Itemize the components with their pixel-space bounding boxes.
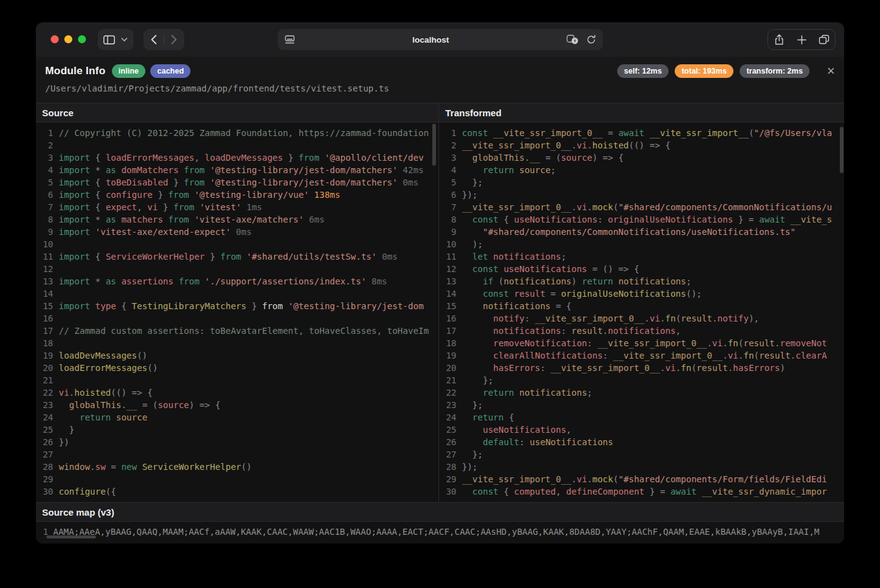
- code-line: 5 };: [439, 176, 844, 189]
- timing-badges: self: 12mstotal: 193mstransform: 2ms: [617, 64, 810, 78]
- badge: self: 12ms: [617, 64, 669, 78]
- code-line: 29: [36, 473, 438, 485]
- sourcemap-section: Source map (v3) 1AAMA;AAeA,yBAAG,QAAQ,MA…: [36, 502, 844, 543]
- module-flag-badges: inlinecached: [112, 64, 191, 78]
- window-close-button[interactable]: [51, 35, 59, 43]
- code-line: 22 return notifications;: [439, 386, 844, 399]
- code-line: 8import * as matchers from 'vitest-axe/m…: [36, 213, 438, 226]
- badge: inline: [112, 64, 146, 78]
- share-icon[interactable]: [768, 30, 790, 49]
- code-line: 22vi.hoisted(() => {: [36, 386, 438, 399]
- code-line: 21: [36, 374, 438, 386]
- browser-window: localhost: [36, 22, 844, 543]
- code-line: 18: [36, 337, 438, 349]
- code-line: 17// Zammad custom assertions: toBeAvata…: [36, 325, 438, 337]
- source-scrollbar-thumb[interactable]: [432, 124, 436, 166]
- code-line: 6import { configure } from '@testing-lib…: [36, 189, 438, 201]
- code-line: 5import { toBeDisabled } from '@testing-…: [36, 176, 438, 189]
- screenshot-stage: localhost: [0, 0, 880, 588]
- transformed-scrollbar-thumb[interactable]: [840, 127, 844, 173]
- code-line: 9 "#shared/components/CommonNotification…: [439, 226, 844, 238]
- code-line: 30 const { computed, defineComponent } =…: [439, 485, 844, 498]
- code-line: 28});: [439, 461, 844, 473]
- source-panel: Source 1// Copyright (C) 2012-2025 Zamma…: [36, 103, 439, 502]
- page-title: Module Info: [45, 65, 106, 77]
- code-line: 11 let notifications;: [439, 250, 844, 263]
- code-line: 28window.sw = new ServiceWorkerHelper(): [36, 461, 438, 473]
- window-zoom-button[interactable]: [78, 35, 86, 43]
- code-line: 21 };: [439, 374, 844, 386]
- transformed-panel: Transformed 1const __vite_ssr_import_0__…: [439, 103, 844, 502]
- code-line: 15import type { TestingLibraryMatchers }…: [36, 300, 438, 312]
- back-button[interactable]: [144, 29, 164, 50]
- code-line: 2__vite_ssr_import_0__.vi.hoisted(() => …: [439, 139, 844, 151]
- page-settings-icon[interactable]: [566, 35, 579, 45]
- code-line: 25 useNotifications,: [439, 424, 844, 436]
- code-line: 20 hasErrors: __vite_ssr_import_0__.vi.f…: [439, 362, 844, 374]
- code-line: 14 const result = originalUseNotificatio…: [439, 288, 844, 300]
- address-bar[interactable]: localhost: [278, 29, 603, 50]
- code-line: 24 return source: [36, 411, 438, 424]
- code-line: 1const __vite_ssr_import_0__ = await __v…: [439, 127, 844, 139]
- code-line: 26 default: useNotifications: [439, 436, 844, 448]
- badge: total: 193ms: [675, 64, 733, 78]
- code-line: 23 };: [439, 399, 844, 411]
- code-line: 1AAMA;AAeA,yBAAG,QAAQ,MAAM;AACf,aAAW,KAA…: [36, 526, 844, 538]
- sourcemap-code[interactable]: 1AAMA;AAeA,yBAAG,QAAQ,MAAM;AACf,aAAW,KAA…: [36, 522, 844, 538]
- code-line: 12: [36, 263, 438, 275]
- code-line: 27: [36, 448, 438, 461]
- code-line: 7__vite_ssr_import_0__.vi.mock("#shared/…: [439, 201, 844, 213]
- code-line: 9import 'vitest-axe/extend-expect' 0ms: [36, 226, 438, 238]
- code-line: 8 const { useNotifications: originalUseN…: [439, 213, 844, 226]
- code-line: 19loadDevMessages(): [36, 349, 438, 362]
- sourcemap-hscrollbar-thumb[interactable]: [46, 535, 96, 539]
- code-line: 30configure({: [36, 485, 438, 498]
- code-line: 16 notify: __vite_ssr_import_0__.vi.fn(r…: [439, 312, 844, 325]
- reload-icon[interactable]: [586, 35, 596, 45]
- tab-overview-icon[interactable]: [813, 30, 835, 49]
- code-line: 4import * as domMatchers from '@testing-…: [36, 164, 438, 176]
- source-code[interactable]: 1// Copyright (C) 2012-2025 Zammad Found…: [36, 122, 438, 502]
- code-line: 12 const useNotifications = () => {: [439, 263, 844, 275]
- code-line: 16: [36, 312, 438, 325]
- code-line: 17 notifications: result.notifications,: [439, 325, 844, 337]
- code-line: 23 globalThis.__ = (source) => {: [36, 399, 438, 411]
- nav-buttons: [143, 29, 184, 50]
- sidebar-icon: [103, 30, 116, 49]
- window-minimize-button[interactable]: [64, 35, 72, 43]
- code-line: 20loadErrorMessages(): [36, 362, 438, 374]
- module-header: Module Info inlinecached self: 12mstotal…: [36, 57, 844, 103]
- source-panel-title: Source: [36, 103, 438, 122]
- code-line: 1// Copyright (C) 2012-2025 Zammad Found…: [36, 127, 438, 139]
- code-line: 19 clearAllNotifications: __vite_ssr_imp…: [439, 349, 844, 362]
- badge: cached: [150, 64, 190, 78]
- badge: transform: 2ms: [740, 64, 810, 78]
- sidebar-toggle-button[interactable]: [98, 29, 134, 50]
- code-line: 26}): [36, 436, 438, 448]
- module-file-path: /Users/vladimir/Projects/zammad/app/fron…: [36, 78, 844, 93]
- code-panels: Source 1// Copyright (C) 2012-2025 Zamma…: [36, 103, 844, 502]
- code-line: 24 return {: [439, 411, 844, 424]
- page-format-icon[interactable]: [284, 35, 295, 44]
- transformed-code[interactable]: 1const __vite_ssr_import_0__ = await __v…: [439, 122, 844, 502]
- code-line: 3import { loadErrorMessages, loadDevMess…: [36, 151, 438, 164]
- code-line: 27 };: [439, 448, 844, 461]
- code-line: 25 }: [36, 424, 438, 436]
- code-line: 15 notifications = {: [439, 300, 844, 312]
- browser-toolbar: localhost: [36, 22, 844, 58]
- code-line: 4 return source;: [439, 164, 844, 176]
- inspect-page: Module Info inlinecached self: 12mstotal…: [36, 57, 844, 543]
- code-line: 6});: [439, 189, 844, 201]
- traffic-lights: [51, 35, 86, 43]
- code-line: 13import * as assertions from './support…: [36, 275, 438, 288]
- transformed-panel-title: Transformed: [439, 103, 844, 122]
- close-icon[interactable]: ×: [827, 66, 835, 77]
- url-text[interactable]: localhost: [295, 35, 566, 45]
- new-tab-icon[interactable]: [790, 30, 813, 49]
- code-line: 10: [36, 238, 438, 250]
- code-line: 13 if (notifications) return notificatio…: [439, 275, 844, 288]
- forward-button[interactable]: [164, 29, 184, 50]
- code-line: 29__vite_ssr_import_0__.vi.mock("#shared…: [439, 473, 844, 485]
- toolbar-right-cluster: [767, 29, 835, 50]
- code-line: 10 );: [439, 238, 844, 250]
